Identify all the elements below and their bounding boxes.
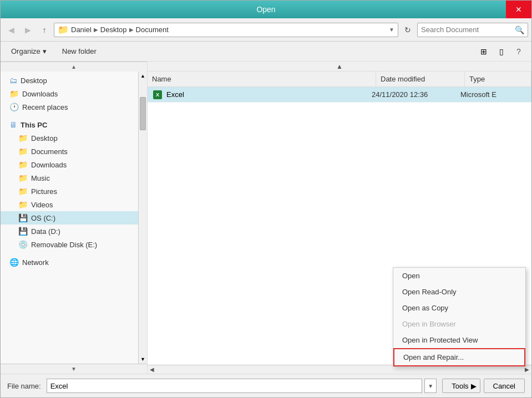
new-folder-button[interactable]: New folder: [57, 44, 102, 58]
documents-icon: 📁: [18, 147, 28, 156]
sidebar-item-label-data-d: Data (D:): [31, 227, 60, 236]
sidebar-item-desktop-pc[interactable]: 📁 Desktop: [1, 131, 147, 145]
sidebar-item-downloads-top[interactable]: 📁 Downloads: [1, 87, 147, 100]
recent-icon: 🕐: [9, 103, 19, 111]
sidebar-item-data-d[interactable]: 💾 Data (D:): [1, 224, 147, 238]
sort-arrow: ▲: [336, 63, 343, 70]
toolbar-right: ⊞ ▯ ?: [476, 44, 526, 59]
sidebar-item-label-pictures: Pictures: [31, 187, 57, 196]
file-name-excel: Excel: [166, 90, 372, 99]
hscroll-left[interactable]: ◀: [148, 365, 156, 374]
file-row-excel[interactable]: X Excel 24/11/2020 12:36 Microsoft E: [148, 87, 531, 103]
videos-icon: 📁: [18, 200, 28, 209]
pictures-icon: 📁: [18, 187, 28, 196]
organize-arrow: ▾: [43, 47, 47, 55]
music-icon: 📁: [18, 174, 28, 182]
sidebar: ▲ 🗂 Desktop 📁 Downloads 🕐 Recent places: [1, 62, 148, 374]
help-button[interactable]: ?: [511, 44, 526, 59]
folder-icon-address: 📁: [58, 24, 69, 35]
network-icon: 🌐: [9, 258, 19, 267]
ctx-open-readonly[interactable]: Open Read-Only: [393, 284, 525, 300]
sidebar-item-videos[interactable]: 📁 Videos: [1, 198, 147, 211]
sidebar-item-thispc[interactable]: 🖥 This PC: [1, 118, 147, 131]
sidebar-item-label-downloads-pc: Downloads: [31, 161, 67, 169]
sidebar-scroll-up[interactable]: ▲: [1, 62, 147, 72]
col-header-name[interactable]: Name: [148, 72, 376, 86]
bottom-buttons: Tools ▶ Cancel: [442, 379, 525, 393]
back-button[interactable]: ◀: [4, 23, 18, 37]
sidebar-item-label-os-c: OS (C:): [31, 214, 55, 222]
path-desktop: Desktop: [100, 25, 127, 34]
sidebar-scroll-down[interactable]: ▼: [1, 364, 147, 374]
refresh-button[interactable]: ↻: [401, 23, 415, 37]
removable-e-icon: 💿: [18, 240, 28, 249]
column-headers: Name Date modified Type: [148, 72, 531, 87]
path-document: Document: [136, 25, 169, 34]
sidebar-scroll-area: 🗂 Desktop 📁 Downloads 🕐 Recent places: [1, 72, 147, 364]
up-button[interactable]: ↑: [37, 23, 52, 37]
address-path[interactable]: 📁 Daniel ▶ Desktop ▶ Document ▼: [54, 23, 398, 37]
sidebar-item-os-c[interactable]: 💾 OS (C:): [1, 211, 147, 224]
sort-indicator: ▲: [148, 62, 531, 72]
file-name-dropdown[interactable]: ▼: [424, 379, 437, 393]
file-name-label: File name:: [7, 382, 41, 390]
view-button[interactable]: ⊞: [476, 44, 492, 59]
sidebar-item-pictures[interactable]: 📁 Pictures: [1, 185, 147, 198]
sidebar-thispc: 🖥 This PC 📁 Desktop 📁 Documents 📁 Downlo…: [1, 116, 147, 253]
excel-file-icon: X: [152, 89, 163, 100]
forward-button[interactable]: ▶: [21, 23, 35, 37]
cancel-button[interactable]: Cancel: [484, 379, 525, 393]
sidebar-item-removable-e[interactable]: 💿 Removable Disk (E:): [1, 238, 147, 251]
address-bar: ◀ ▶ ↑ 📁 Daniel ▶ Desktop ▶ Document ▼ ↻ …: [1, 18, 531, 42]
ctx-open-copy[interactable]: Open as Copy: [393, 300, 525, 316]
sidebar-vscroll-up[interactable]: ▲: [139, 72, 147, 80]
sidebar-item-downloads-pc[interactable]: 📁 Downloads: [1, 158, 147, 171]
desktop-top-icon: 🗂: [9, 76, 17, 85]
search-input[interactable]: [421, 25, 515, 34]
ctx-open-browser: Open in Browser: [393, 316, 525, 332]
col-header-type[interactable]: Type: [465, 72, 531, 86]
sidebar-item-documents[interactable]: 📁 Documents: [1, 145, 147, 158]
search-box[interactable]: 🔍: [417, 23, 528, 37]
os-c-icon: 💾: [18, 213, 28, 222]
sidebar-item-label-desktop-pc: Desktop: [31, 134, 58, 142]
tools-label: Tools: [452, 382, 468, 390]
close-button[interactable]: ✕: [506, 1, 531, 18]
file-type-excel: Microsoft E: [460, 90, 527, 99]
path-dropdown-arrow: ▼: [389, 27, 394, 33]
sidebar-item-label-music: Music: [31, 174, 50, 182]
downloads-top-icon: 📁: [9, 89, 19, 98]
cancel-label: Cancel: [493, 382, 515, 390]
path-sep2: ▶: [129, 27, 134, 33]
sidebar-item-recent[interactable]: 🕐 Recent places: [1, 100, 147, 114]
organize-button[interactable]: Organize ▾: [6, 44, 52, 58]
file-name-input[interactable]: [47, 379, 422, 393]
sidebar-item-label-documents: Documents: [31, 147, 68, 156]
search-icon[interactable]: 🔍: [515, 25, 524, 34]
data-d-icon: 💾: [18, 227, 28, 236]
sidebar-item-network[interactable]: 🌐 Network: [1, 256, 147, 269]
sidebar-vscroll-down[interactable]: ▼: [139, 355, 147, 364]
organize-label: Organize: [11, 47, 40, 55]
col-header-date[interactable]: Date modified: [376, 72, 465, 86]
sidebar-item-music[interactable]: 📁 Music: [1, 171, 147, 185]
sidebar-item-label-network: Network: [22, 258, 49, 267]
sidebar-item-desktop-top[interactable]: 🗂 Desktop: [1, 74, 147, 87]
sidebar-item-label-desktop-top: Desktop: [21, 76, 47, 85]
tools-button[interactable]: Tools ▶: [442, 379, 480, 393]
pane-button[interactable]: ▯: [494, 44, 509, 59]
new-folder-label: New folder: [62, 47, 97, 55]
col-type-label: Type: [469, 75, 485, 83]
dialog-title: Open: [256, 5, 275, 14]
open-dialog: Open ✕ ◀ ▶ ↑ 📁 Daniel ▶ Desktop ▶ Docume…: [0, 0, 532, 398]
col-date-label: Date modified: [381, 75, 425, 83]
ctx-open[interactable]: Open: [393, 268, 525, 284]
ctx-open-repair[interactable]: Open and Repair...: [393, 348, 525, 366]
title-bar-controls: ✕: [506, 1, 531, 18]
col-name-label: Name: [152, 75, 171, 83]
ctx-open-protected[interactable]: Open in Protected View: [393, 332, 525, 348]
thispc-icon: 🖥: [9, 120, 17, 129]
path-daniel: Daniel: [71, 25, 92, 34]
sidebar-favorites: 🗂 Desktop 📁 Downloads 🕐 Recent places: [1, 72, 147, 116]
file-name-input-wrap: ▼: [47, 379, 437, 393]
